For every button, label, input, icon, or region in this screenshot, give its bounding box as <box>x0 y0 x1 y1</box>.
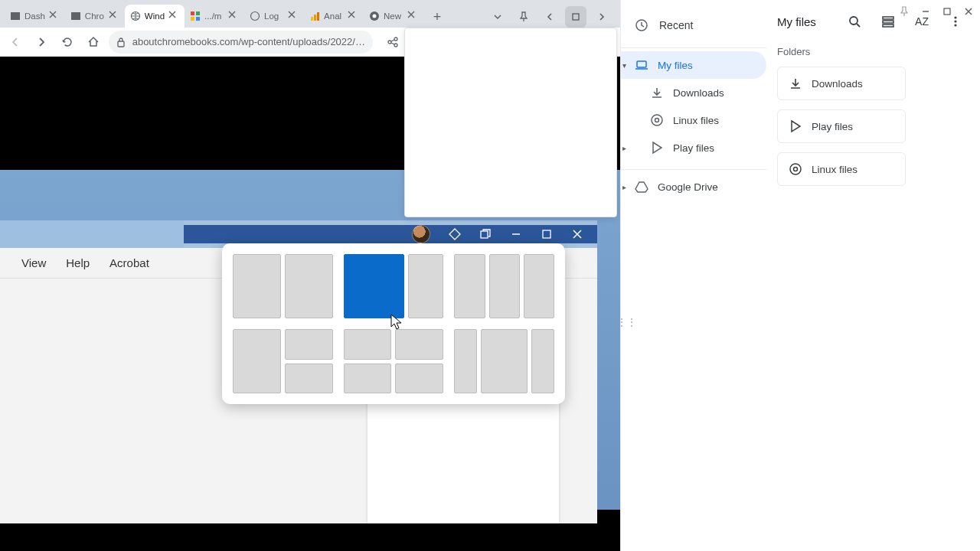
resize-handle-icon[interactable]: ⋮⋮ <box>617 317 637 328</box>
snap-layout-center-wide[interactable] <box>454 329 554 393</box>
snap-cell[interactable] <box>344 329 392 360</box>
ribbon-tab-view[interactable]: View <box>21 256 46 269</box>
snap-cell[interactable] <box>285 364 333 394</box>
snap-cell[interactable] <box>454 329 477 393</box>
svg-rect-6 <box>196 17 200 21</box>
tab-media[interactable]: .../m <box>185 5 244 28</box>
snap-cell[interactable] <box>531 329 554 393</box>
sidebar-item-downloads[interactable]: Downloads <box>621 79 766 106</box>
folder-linux[interactable]: Linux files <box>777 152 906 186</box>
svg-rect-3 <box>191 11 194 15</box>
maximize-icon[interactable] <box>940 5 954 18</box>
snap-cell[interactable] <box>233 329 281 393</box>
tab-windows[interactable]: Wind <box>125 5 185 28</box>
close-icon[interactable] <box>228 11 239 21</box>
pin-icon[interactable] <box>897 5 911 18</box>
maximize-icon[interactable] <box>541 228 553 240</box>
new-tab-button[interactable]: + <box>426 6 448 28</box>
svg-rect-27 <box>883 21 893 23</box>
premium-icon[interactable] <box>449 228 461 240</box>
tab-dashboard[interactable]: Dash <box>5 5 65 28</box>
play-icon <box>789 119 802 133</box>
linux-icon <box>650 113 664 127</box>
breadcrumb-current[interactable]: My files <box>777 15 816 28</box>
snap-cell[interactable] <box>524 254 554 318</box>
snap-cell[interactable] <box>454 254 485 318</box>
floating-panel[interactable] <box>404 28 617 217</box>
snap-cell[interactable] <box>395 364 443 394</box>
divider <box>621 169 766 170</box>
window-restore-icon[interactable] <box>479 228 492 240</box>
close-icon[interactable] <box>168 11 179 21</box>
back-button[interactable] <box>5 31 26 53</box>
close-icon[interactable] <box>571 228 583 240</box>
snap-cell[interactable] <box>344 364 392 394</box>
sidebar-item-drive[interactable]: ▸ Google Drive <box>621 173 766 201</box>
snap-cell-selected[interactable] <box>344 254 404 318</box>
ribbon-tab-help[interactable]: Help <box>66 256 90 269</box>
snap-layout-quad[interactable] <box>344 329 444 393</box>
close-icon[interactable] <box>288 11 299 21</box>
folder-downloads[interactable]: Downloads <box>777 67 906 100</box>
tab-title: New <box>384 11 403 21</box>
snap-cell[interactable] <box>285 254 333 318</box>
close-icon[interactable] <box>407 11 418 21</box>
snap-cell[interactable] <box>408 254 444 318</box>
folder-play[interactable]: Play files <box>777 109 906 143</box>
pin-icon[interactable] <box>513 6 534 28</box>
window-maximize-button[interactable] <box>565 6 586 28</box>
snap-cell[interactable] <box>481 329 527 393</box>
reload-button[interactable] <box>57 31 78 53</box>
snap-layout-left-stack[interactable] <box>233 329 333 393</box>
share-button[interactable] <box>382 31 403 53</box>
address-bar[interactable]: aboutchromebooks.com/wp-content/uploads/… <box>109 31 373 54</box>
svg-point-12 <box>373 15 377 18</box>
tab-analytics[interactable]: Anal <box>304 5 364 28</box>
sidebar-item-play[interactable]: ▸ Play files <box>621 134 766 161</box>
sidebar-label: Google Drive <box>658 181 718 193</box>
svg-rect-26 <box>883 17 893 19</box>
expand-icon[interactable]: ▸ <box>622 183 632 191</box>
svg-rect-5 <box>191 17 194 21</box>
window-forward-button[interactable] <box>591 6 612 28</box>
svg-rect-19 <box>543 230 550 238</box>
close-icon[interactable] <box>109 11 119 21</box>
expand-icon[interactable]: ▸ <box>622 144 632 152</box>
tab-title: .../m <box>204 11 224 21</box>
tab-log[interactable]: Log <box>244 5 304 28</box>
files-main: My files AZ Folders Downloads Play files <box>766 0 980 551</box>
search-button[interactable] <box>844 11 865 32</box>
sidebar-item-recent[interactable]: Recent <box>621 11 766 40</box>
snap-cell[interactable] <box>233 254 281 318</box>
tab-search-button[interactable] <box>487 6 508 28</box>
collapse-icon[interactable]: ▾ <box>622 61 632 70</box>
minimize-icon[interactable] <box>510 228 522 240</box>
snap-layout-thirds[interactable] <box>454 254 554 318</box>
sidebar-item-myfiles[interactable]: ▾ My files <box>621 51 766 79</box>
snap-cell[interactable] <box>489 254 520 318</box>
svg-rect-4 <box>196 11 200 15</box>
svg-rect-13 <box>573 14 579 20</box>
favicon-square-icon <box>10 11 21 21</box>
snap-layout-half[interactable] <box>233 254 333 318</box>
sidebar-item-linux[interactable]: Linux files <box>621 106 766 134</box>
tab-chrome[interactable]: Chro <box>65 5 125 28</box>
user-avatar[interactable] <box>412 225 430 243</box>
close-icon[interactable] <box>49 11 60 21</box>
window-back-button[interactable] <box>539 6 560 28</box>
close-icon[interactable] <box>348 11 358 21</box>
svg-point-33 <box>794 168 798 171</box>
minimize-icon[interactable] <box>919 5 933 18</box>
forward-button[interactable] <box>31 31 52 53</box>
tab-newtab[interactable]: New <box>364 5 423 28</box>
view-toggle-button[interactable] <box>877 11 899 32</box>
close-icon[interactable] <box>962 5 975 18</box>
snap-cell[interactable] <box>285 329 333 360</box>
svg-rect-20 <box>944 8 950 15</box>
snap-cell[interactable] <box>395 329 443 360</box>
ribbon-tab-acrobat[interactable]: Acrobat <box>109 256 149 269</box>
word-title-controls <box>184 225 597 243</box>
home-button[interactable] <box>83 31 104 53</box>
svg-point-32 <box>790 164 801 174</box>
snap-layout-wide-narrow[interactable] <box>344 254 444 318</box>
